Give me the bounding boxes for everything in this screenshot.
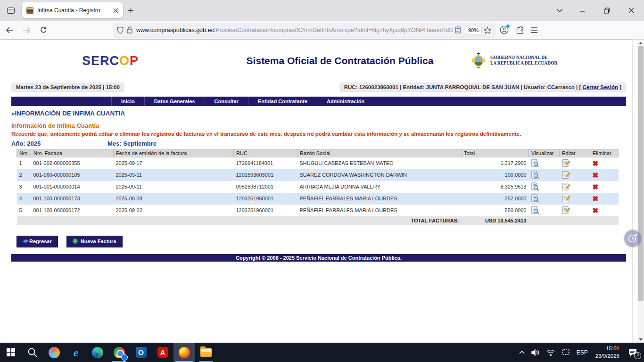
list-tabs-button[interactable] xyxy=(551,8,569,13)
table-row: 5 001-100-000000172 2025-09-02 120325196… xyxy=(17,205,619,216)
lock-icon[interactable] xyxy=(127,26,132,33)
nav-item-consultar[interactable]: Consultar xyxy=(205,97,248,106)
forward-button[interactable] xyxy=(19,23,34,37)
nav-item-datos-generales[interactable]: Datos Generales xyxy=(145,97,205,106)
taskbar-clock[interactable]: 15:01 23/9/2025 xyxy=(591,345,624,360)
cell-fecha: 2025-09-17 xyxy=(114,157,234,169)
view-invoice-icon[interactable] xyxy=(531,194,539,203)
edit-invoice-icon[interactable] xyxy=(562,206,570,214)
edit-invoice-icon[interactable] xyxy=(562,194,570,203)
cell-razon: PEÑAFIEL PARRALES MARIA LOURDES xyxy=(297,205,462,216)
taskbar-chrome-button[interactable] xyxy=(108,343,130,362)
language-indicator[interactable]: ESP xyxy=(573,343,591,362)
nav-item-inicio[interactable]: Inicio xyxy=(111,97,145,106)
edit-invoice-icon[interactable] xyxy=(562,159,570,167)
site-favicon-icon xyxy=(26,7,33,14)
ecuador-coat-of-arms-icon xyxy=(471,51,487,70)
delete-invoice-icon[interactable]: ✖ xyxy=(593,160,599,167)
wifi-icon xyxy=(546,349,555,356)
window-minimize-button[interactable] xyxy=(571,1,593,19)
zoom-level-badge[interactable]: 90% xyxy=(465,26,482,34)
edit-invoice-icon[interactable] xyxy=(562,182,570,191)
cell-fecha: 2025-09-08 xyxy=(114,193,234,205)
cell-razon: PEÑAFIEL PARRALES MARIA LOURDES xyxy=(297,193,462,205)
cell-nro: 4 xyxy=(17,193,31,205)
scrollbar-thumb[interactable] xyxy=(638,46,644,301)
cell-nro: 2 xyxy=(17,169,31,181)
regresar-button[interactable]: Regresar xyxy=(17,236,58,247)
logo-text-serc: SERC xyxy=(82,54,119,68)
chrome-profile-badge xyxy=(121,354,128,361)
table-header-row: Nro Nro. Factura Fecha de emisión de la … xyxy=(17,149,619,157)
scroll-up-icon[interactable] xyxy=(637,40,644,46)
window-restore-button[interactable] xyxy=(596,1,618,19)
taskbar-explorer-button[interactable] xyxy=(195,343,217,362)
account-icon[interactable] xyxy=(500,25,509,34)
delete-invoice-icon[interactable]: ✖ xyxy=(593,207,599,214)
page-viewport: SERCOP Sistema Oficial de Contratación P… xyxy=(0,40,644,343)
nueva-factura-button[interactable]: + Nueva Factura xyxy=(66,236,123,247)
taskbar-copilot-button[interactable] xyxy=(43,343,65,362)
copilot-icon xyxy=(49,347,60,358)
table-row: 4 001-100-000000173 2025-09-08 120325196… xyxy=(17,193,619,205)
taskbar-edge-button[interactable] xyxy=(87,343,108,362)
tab-title: Infima Cuantía - Registro xyxy=(37,7,107,14)
reader-mode-icon[interactable] xyxy=(455,26,461,33)
logout-link[interactable]: Cerrar Sesión xyxy=(583,84,618,90)
bookmark-star-icon[interactable] xyxy=(484,26,491,34)
tray-network-button[interactable] xyxy=(543,343,558,362)
cell-ruc: 1203251960001 xyxy=(234,193,297,205)
view-invoice-icon[interactable] xyxy=(531,206,539,214)
tab-close-icon[interactable] xyxy=(113,8,118,13)
session-timer-widget[interactable] xyxy=(624,230,641,247)
back-button[interactable] xyxy=(2,23,17,37)
taskbar-acrobat-button[interactable]: A xyxy=(152,343,173,362)
col-header-fecha: Fecha de emisión de la factura xyxy=(114,149,234,157)
cell-nro: 5 xyxy=(17,205,31,216)
page-scrollbar[interactable] xyxy=(637,40,644,343)
scroll-down-icon[interactable] xyxy=(637,336,644,343)
delete-invoice-icon[interactable]: ✖ xyxy=(593,183,599,190)
table-row: 2 001-060-000000105 2025-09-11 120159360… xyxy=(17,169,619,181)
cell-razon: ARRIAGA MEJIA DONNA VALERY xyxy=(297,181,462,193)
taskbar-search-button[interactable] xyxy=(22,343,43,362)
nueva-factura-button-label: Nueva Factura xyxy=(81,239,116,244)
breadcrumb: »INFORMACIÓN DE INFIMA CUANTIA xyxy=(11,106,626,119)
edit-invoice-icon[interactable] xyxy=(562,171,570,179)
tray-chevron-up-button[interactable] xyxy=(516,343,528,362)
nav-item-administracion[interactable]: Administración xyxy=(317,97,374,106)
outlook-icon: O xyxy=(136,347,147,358)
start-button[interactable] xyxy=(0,343,22,362)
browser-tab[interactable]: Infima Cuantía - Registro xyxy=(22,2,123,18)
nav-item-entidad-contratante[interactable]: Entidad Contratante xyxy=(248,97,317,106)
shield-icon[interactable] xyxy=(117,26,124,34)
url-bar[interactable]: www.compraspublicas.gob.ec/ProcesoContra… xyxy=(113,23,495,37)
delete-invoice-icon[interactable]: ✖ xyxy=(593,195,599,202)
reload-button[interactable] xyxy=(36,23,51,37)
cell-nro: 3 xyxy=(17,181,31,193)
menu-hamburger-icon[interactable] xyxy=(530,27,538,33)
breadcrumb-marker: » xyxy=(11,110,15,117)
main-navigation: Inicio Datos Generales Consultar Entidad… xyxy=(11,97,626,106)
col-header-visualizar: Visualizar xyxy=(529,149,560,157)
extensions-puzzle-icon[interactable] xyxy=(515,26,524,34)
cell-total: 252.0000 xyxy=(462,193,529,205)
plus-icon: + xyxy=(73,239,78,244)
delete-invoice-icon[interactable]: ✖ xyxy=(593,172,599,179)
tray-display-button[interactable] xyxy=(558,343,573,362)
col-header-nro: Nro xyxy=(17,149,31,157)
firefox-view-button[interactable] xyxy=(4,4,18,16)
session-text-suffix: ] xyxy=(619,84,621,90)
tray-volume-button[interactable] xyxy=(528,343,543,362)
back-arrow-icon xyxy=(23,239,26,244)
new-tab-button[interactable] xyxy=(128,8,134,14)
taskbar-ie-button[interactable]: e xyxy=(65,343,87,362)
window-close-button[interactable] xyxy=(620,1,642,19)
view-invoice-icon[interactable] xyxy=(531,171,539,179)
taskbar-outlook-button[interactable]: O xyxy=(130,343,152,362)
view-invoice-icon[interactable] xyxy=(531,182,539,191)
view-invoice-icon[interactable] xyxy=(531,159,539,167)
notification-center-button[interactable]: 2 xyxy=(624,343,644,362)
table-total-row: TOTAL FACTURAS: USD 10,545.2413 xyxy=(17,216,619,225)
taskbar-firefox-button[interactable] xyxy=(173,343,195,362)
